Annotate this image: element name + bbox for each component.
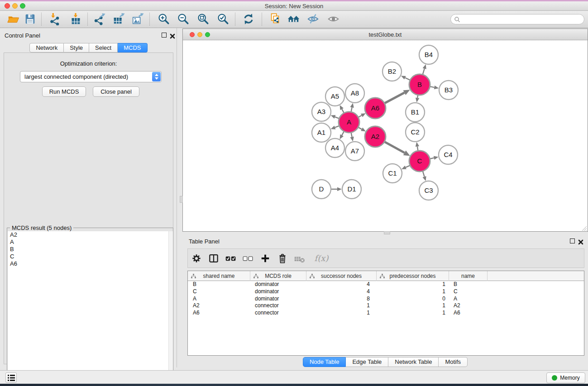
result-item[interactable]: A — [8, 238, 173, 246]
table-cell[interactable]: 1 — [377, 310, 449, 317]
table-cell[interactable]: 8 — [306, 295, 377, 303]
table-cell[interactable]: dominator — [250, 295, 306, 303]
table-cell[interactable]: connector — [250, 302, 306, 310]
network-maximize-button[interactable] — [205, 32, 210, 37]
column-header-name[interactable]: name — [449, 271, 488, 281]
table-row[interactable]: Cdominator41C — [188, 288, 584, 295]
tab-motifs[interactable]: Motifs — [439, 357, 468, 367]
column-header-successor-nodes[interactable]: successor nodes — [306, 271, 377, 281]
export-image-button[interactable] — [130, 12, 145, 26]
table-cell[interactable]: C — [188, 288, 250, 295]
table-cell[interactable]: 1 — [377, 302, 449, 310]
save-session-button[interactable] — [23, 12, 37, 26]
search-input[interactable] — [462, 16, 575, 23]
network-canvas[interactable]: B4B2BB3A8A5A6A3B1AA1C2A2A4A7C4CC1DD1C3 — [183, 40, 588, 231]
mcds-result-list[interactable]: A2ABCA6 — [8, 231, 173, 384]
table-row[interactable]: A6connector11A6 — [188, 310, 584, 317]
left-splitter-handle[interactable] — [180, 196, 183, 203]
tab-mcds[interactable]: MCDS — [118, 43, 147, 52]
close-panel-icon[interactable] — [170, 33, 175, 38]
table-cell[interactable]: A6 — [449, 310, 488, 317]
table-cell[interactable]: A6 — [188, 310, 250, 317]
tab-edge-table[interactable]: Edge Table — [346, 357, 388, 367]
table-float-icon[interactable] — [570, 238, 575, 243]
minimize-window-button[interactable] — [12, 3, 18, 9]
tab-node-table[interactable]: Node Table — [303, 357, 346, 367]
deselect-all-button[interactable] — [239, 250, 257, 267]
tab-network-table[interactable]: Network Table — [388, 357, 439, 367]
column-header-predecessor-nodes[interactable]: predecessor nodes — [377, 271, 449, 281]
table-panel: Table Panel — [182, 235, 588, 367]
add-row-button[interactable] — [257, 250, 274, 267]
import-network-button[interactable] — [48, 12, 62, 26]
table-row[interactable]: Bdominator41B — [188, 281, 584, 288]
new-network-from-selection-button[interactable] — [268, 12, 282, 26]
task-history-button[interactable] — [5, 372, 17, 383]
table-cell[interactable]: 1 — [377, 281, 449, 288]
reset-view-button[interactable] — [287, 12, 301, 26]
table-row[interactable]: Adominator80A — [188, 295, 584, 303]
refresh-layout-button[interactable] — [241, 12, 256, 26]
table-cell[interactable]: 1 — [306, 302, 377, 310]
table-cell[interactable]: 1 — [377, 288, 449, 295]
delete-row-button[interactable] — [274, 250, 291, 267]
table-cell[interactable]: A — [188, 295, 250, 303]
table-cell[interactable]: C — [449, 288, 488, 295]
export-network-button[interactable] — [92, 12, 107, 26]
maximize-window-button[interactable] — [20, 3, 25, 9]
table-settings-button[interactable] — [188, 250, 205, 267]
checked-boxes-icon — [225, 253, 237, 264]
column-header-shared-name[interactable]: shared name — [188, 271, 250, 281]
open-file-button[interactable] — [6, 12, 20, 26]
run-mcds-button[interactable]: Run MCDS — [42, 86, 86, 97]
network-close-button[interactable] — [190, 32, 195, 37]
table-cell[interactable]: 0 — [377, 295, 449, 303]
close-panel-button[interactable]: Close panel — [93, 86, 139, 97]
table-close-icon[interactable] — [578, 238, 583, 244]
select-all-button[interactable] — [222, 250, 239, 267]
column-header-mcds-role[interactable]: MCDS role — [250, 271, 306, 281]
tab-style[interactable]: Style — [64, 43, 89, 52]
delete-table-button[interactable] — [291, 250, 308, 267]
criterion-dropdown[interactable]: largest connected component (directed) — [20, 71, 162, 82]
float-panel-icon[interactable] — [162, 33, 167, 38]
close-window-button[interactable] — [5, 3, 10, 9]
zoom-in-button[interactable] — [157, 12, 171, 26]
gear-icon — [191, 253, 202, 264]
table-row[interactable]: A2connector11A2 — [188, 302, 584, 310]
import-table-button[interactable] — [68, 12, 83, 26]
table-cell[interactable]: 4 — [306, 281, 377, 288]
hide-selected-button[interactable] — [306, 12, 320, 26]
zoom-selected-button[interactable] — [216, 12, 230, 26]
zoom-out-button[interactable] — [176, 12, 191, 26]
table-cell[interactable]: A2 — [188, 302, 250, 310]
result-item[interactable]: A6 — [8, 260, 173, 267]
table-cell[interactable]: A2 — [449, 302, 488, 310]
tab-network[interactable]: Network — [29, 43, 64, 52]
show-graphics-details-button[interactable] — [326, 12, 341, 26]
show-column-button[interactable] — [205, 250, 222, 267]
table-cell[interactable]: 4 — [306, 288, 377, 295]
result-item[interactable]: A2 — [8, 231, 173, 238]
function-builder-button[interactable]: f(x) — [308, 250, 332, 267]
table-cell[interactable]: dominator — [250, 288, 306, 295]
table-cell[interactable]: B — [188, 281, 250, 288]
home-icon — [287, 13, 300, 25]
bottom-splitter-handle[interactable] — [384, 231, 390, 234]
network-minimize-button[interactable] — [197, 32, 202, 37]
table-cell[interactable]: A — [449, 295, 488, 303]
resize-grip-icon[interactable] — [581, 225, 587, 231]
table-cell[interactable]: connector — [250, 310, 306, 317]
table-cell[interactable]: dominator — [250, 281, 306, 288]
result-item[interactable]: C — [8, 253, 173, 260]
tab-select[interactable]: Select — [89, 43, 118, 52]
criterion-value: largest connected component (directed) — [20, 73, 152, 80]
memory-button[interactable]: Memory — [546, 372, 585, 383]
result-scrollbar[interactable] — [168, 231, 172, 384]
zoom-fit-button[interactable] — [196, 12, 210, 26]
table-cell[interactable]: 1 — [306, 310, 377, 317]
result-item[interactable]: B — [8, 246, 173, 253]
export-table-button[interactable] — [111, 12, 126, 26]
table-cell[interactable]: B — [449, 281, 488, 288]
search-field[interactable] — [450, 14, 584, 24]
